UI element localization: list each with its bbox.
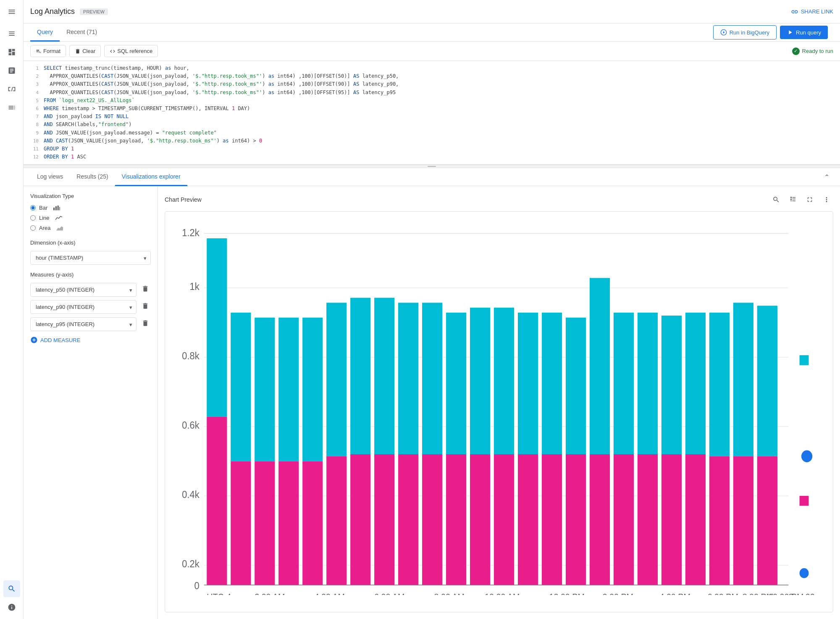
fullscreen-button[interactable] (803, 193, 816, 206)
measure-row-p50: latency_p50 (INTEGER) ▾ (30, 283, 151, 297)
svg-text:8:00 AM: 8:00 AM (434, 592, 465, 595)
radio-area[interactable]: Area (30, 224, 151, 231)
svg-text:2:00 AM: 2:00 AM (255, 592, 285, 595)
svg-rect-49 (542, 313, 562, 454)
share-link-label: SHARE LINK (801, 8, 833, 15)
dimension-label: Dimension (x-axis) (30, 240, 151, 246)
sql-icon (110, 48, 116, 54)
code-line-10: 10 AND CAST(JSON_VALUE(json_payload, '$.… (24, 137, 840, 145)
svg-rect-32 (326, 456, 346, 585)
svg-rect-22 (207, 417, 227, 585)
sidebar-bottom-icon[interactable] (3, 599, 20, 616)
svg-rect-52 (566, 454, 586, 585)
svg-rect-34 (350, 454, 370, 585)
tab-log-views[interactable]: Log views (30, 168, 70, 186)
share-link-button[interactable]: SHARE LINK (791, 8, 833, 16)
svg-rect-57 (638, 313, 658, 454)
delete-p50-button[interactable] (140, 283, 151, 296)
legend-button[interactable] (786, 193, 800, 206)
delete-p90-button[interactable] (140, 300, 151, 313)
svg-rect-2 (53, 208, 55, 210)
more-options-button[interactable] (820, 193, 833, 206)
svg-text:0.6k: 0.6k (182, 419, 200, 431)
measure-row-p95: latency_p95 (INTEGER) ▾ (30, 317, 151, 331)
tab-query[interactable]: Query (30, 24, 60, 42)
measure-p90-select[interactable]: latency_p90 (INTEGER) (30, 300, 136, 314)
delete-p95-button[interactable] (140, 318, 151, 331)
delete-p50-icon (142, 285, 149, 292)
svg-rect-55 (614, 313, 634, 454)
svg-rect-66 (733, 456, 753, 585)
radio-line-label: Line (39, 215, 50, 221)
code-line-12: 12 ORDER BY 1 ASC (24, 153, 840, 161)
clear-button[interactable]: Clear (69, 45, 101, 57)
sidebar-analytics-icon[interactable] (3, 62, 20, 79)
svg-text:4:00 AM: 4:00 AM (315, 592, 345, 595)
viz-type-group: Bar Line Area (30, 204, 151, 231)
svg-rect-53 (590, 278, 610, 455)
svg-rect-45 (494, 308, 514, 454)
measure-row-p90: latency_p90 (INTEGER) ▾ (30, 300, 151, 314)
format-icon (36, 48, 42, 54)
zoom-button[interactable] (769, 193, 783, 206)
format-button[interactable]: Format (30, 45, 66, 57)
sidebar-dashboard-icon[interactable] (3, 44, 20, 61)
sidebar-list-icon[interactable] (3, 99, 20, 116)
sidebar-menu-icon[interactable] (3, 3, 20, 20)
measure-p95-wrapper: latency_p95 (INTEGER) ▾ (30, 317, 136, 331)
svg-marker-6 (56, 227, 63, 231)
viz-controls: Visualization Type Bar Line (24, 186, 158, 619)
bar-chart-svg: 1.2k 1k 0.8k 0.6k 0.4k 0.2k 0 (172, 219, 816, 595)
measure-p95-select[interactable]: latency_p95 (INTEGER) (30, 317, 136, 331)
svg-rect-63 (709, 313, 730, 456)
tab-recent[interactable]: Recent (71) (60, 24, 104, 42)
app-header: Log Analytics PREVIEW SHARE LINK (24, 0, 840, 24)
query-tabs: Query Recent (71) Run in BigQuery Run qu… (24, 24, 840, 42)
radio-line[interactable]: Line (30, 214, 151, 221)
editor-toolbar: Format Clear SQL reference ✓ Ready to ru… (24, 42, 840, 61)
measure-p50-select[interactable]: latency_p50 (INTEGER) (30, 283, 136, 297)
svg-rect-62 (685, 454, 706, 585)
svg-text:0: 0 (194, 580, 200, 591)
collapse-button[interactable]: ⌃ (820, 170, 833, 184)
run-bigquery-button[interactable]: Run in BigQuery (713, 25, 777, 40)
status-label: Ready to run (802, 48, 833, 54)
add-measure-icon (30, 336, 38, 344)
resize-icon (427, 165, 437, 168)
svg-rect-26 (255, 461, 275, 585)
zoom-icon (772, 196, 780, 203)
viz-type-label: Visualization Type (30, 193, 151, 199)
resize-handle[interactable] (24, 165, 840, 168)
code-line-1: 1 SELECT timestamp_trunc(timestamp, HOUR… (24, 64, 840, 72)
bottom-panel: Log views Results (25) Visualizations ex… (24, 168, 840, 619)
svg-rect-56 (614, 454, 634, 585)
tab-results[interactable]: Results (25) (70, 168, 115, 186)
radio-line-input[interactable] (30, 215, 36, 221)
svg-rect-59 (662, 316, 682, 454)
svg-rect-36 (374, 454, 394, 585)
svg-text:1.2k: 1.2k (182, 227, 200, 239)
code-editor[interactable]: 1 SELECT timestamp_trunc(timestamp, HOUR… (24, 61, 840, 165)
dimension-select[interactable]: hour (TIMESTAMP) (30, 251, 151, 265)
run-query-label: Run query (796, 29, 821, 36)
radio-area-input[interactable] (30, 225, 36, 231)
sidebar-code-icon[interactable] (3, 81, 20, 97)
more-options-icon (823, 196, 830, 203)
run-query-button[interactable]: Run query (780, 26, 828, 39)
svg-rect-67 (757, 306, 777, 456)
sidebar-home-icon[interactable] (3, 25, 20, 42)
sidebar-log-search-icon[interactable] (3, 580, 20, 597)
dimension-select-wrapper: hour (TIMESTAMP) ▾ (30, 251, 151, 265)
radio-bar[interactable]: Bar (30, 204, 151, 211)
add-measure-button[interactable]: ADD MEASURE (30, 335, 151, 345)
run-bigquery-label: Run in BigQuery (730, 29, 769, 36)
status-indicator: ✓ Ready to run (792, 47, 833, 55)
tab-viz-explorer[interactable]: Visualizations explorer (115, 168, 187, 186)
radio-bar-input[interactable] (30, 205, 36, 211)
radio-area-label: Area (39, 225, 50, 231)
code-line-4: 4 APPROX_QUANTILES(CAST(JSON_VALUE(json_… (24, 89, 840, 97)
status-dot: ✓ (792, 47, 800, 55)
svg-text:1k: 1k (190, 281, 200, 292)
sql-reference-button[interactable]: SQL reference (104, 45, 158, 57)
code-line-8: 8 AND SEARCH(labels,"frontend") (24, 121, 840, 129)
